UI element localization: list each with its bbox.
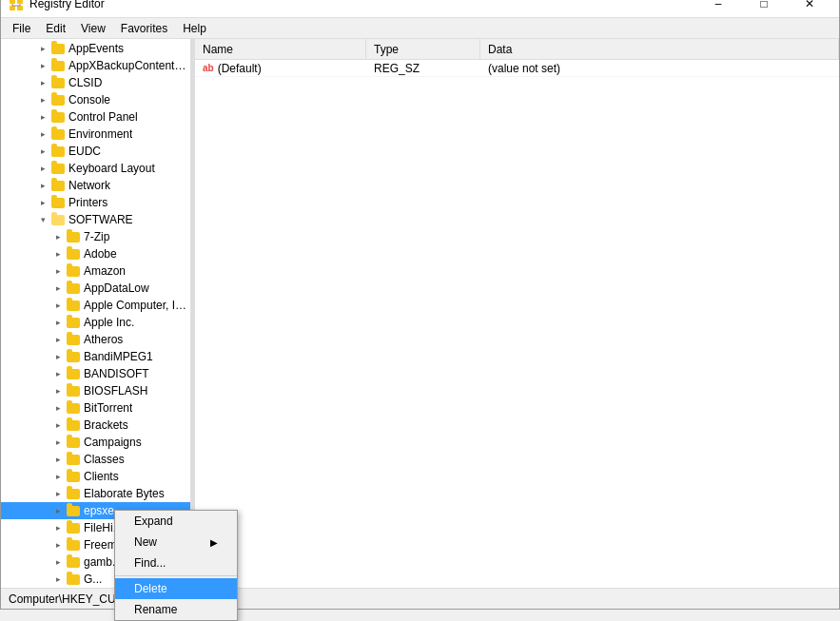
tree-item-console[interactable]: ▸Console bbox=[1, 91, 190, 108]
tree-item-clients[interactable]: ▸Clients bbox=[1, 468, 190, 485]
detail-cell-data-0: (value not set) bbox=[480, 60, 839, 76]
ctx-item-new[interactable]: New▶ bbox=[115, 532, 237, 553]
tree-item-controlpanel[interactable]: ▸Control Panel bbox=[1, 108, 190, 126]
folder-icon-campaigns bbox=[66, 436, 81, 449]
expander-network[interactable]: ▸ bbox=[35, 181, 50, 190]
folder-icon-clsid bbox=[50, 76, 66, 89]
tree-label-eudc: EUDC bbox=[68, 145, 101, 158]
svg-rect-1 bbox=[17, 0, 23, 4]
expander-classes[interactable]: ▸ bbox=[50, 455, 66, 464]
tree-item-clsid[interactable]: ▸CLSID bbox=[1, 74, 190, 91]
detail-panel: Name Type Data ab(Default)REG_SZ(value n… bbox=[195, 39, 839, 588]
expander-campaigns[interactable]: ▸ bbox=[50, 437, 66, 447]
expander-applecomputer[interactable]: ▸ bbox=[50, 301, 66, 310]
expander-amazon[interactable]: ▸ bbox=[50, 266, 66, 276]
tree-label-appevents: AppEvents bbox=[68, 42, 124, 55]
tree-item-biosflash[interactable]: ▸BIOSFLASH bbox=[1, 382, 190, 399]
tree-label-elaboratebytes: Elaborate Bytes bbox=[84, 487, 165, 500]
ctx-item-delete[interactable]: Delete bbox=[115, 578, 237, 599]
expander-bandisoft[interactable]: ▸ bbox=[50, 369, 66, 378]
tree-item-7zip[interactable]: ▸7-Zip bbox=[1, 228, 190, 245]
expander-appleinc[interactable]: ▸ bbox=[50, 318, 66, 327]
tree-item-bandimpeg1[interactable]: ▸BandiMPEG1 bbox=[1, 348, 190, 365]
folder-icon-environment bbox=[50, 127, 66, 141]
folder-icon-epsxe bbox=[66, 504, 81, 517]
ctx-label-expand: Expand bbox=[134, 514, 173, 528]
menu-file[interactable]: File bbox=[5, 20, 38, 37]
tree-item-atheros[interactable]: ▸Atheros bbox=[1, 331, 190, 348]
tree-item-amazon[interactable]: ▸Amazon bbox=[1, 262, 190, 280]
folder-icon-network bbox=[50, 179, 66, 192]
expander-adobe[interactable]: ▸ bbox=[50, 249, 66, 259]
tree-label-environment: Environment bbox=[68, 127, 132, 141]
expander-freem[interactable]: ▸ bbox=[50, 540, 66, 550]
maximize-button[interactable]: □ bbox=[742, 0, 786, 18]
tree-item-classes[interactable]: ▸Classes bbox=[1, 451, 190, 468]
close-button[interactable]: ✕ bbox=[788, 0, 831, 18]
menu-edit[interactable]: Edit bbox=[38, 20, 73, 37]
expander-printers[interactable]: ▸ bbox=[35, 198, 50, 207]
menu-favorites[interactable]: Favorites bbox=[113, 20, 175, 37]
expander-controlpanel[interactable]: ▸ bbox=[35, 112, 50, 122]
folder-icon-brackets bbox=[66, 418, 81, 432]
expander-console[interactable]: ▸ bbox=[35, 95, 50, 105]
expander-brackets[interactable]: ▸ bbox=[50, 420, 66, 430]
expander-biosflash[interactable]: ▸ bbox=[50, 386, 66, 396]
tree-item-bandisoft[interactable]: ▸BANDISOFT bbox=[1, 365, 190, 382]
tree-item-keyboardlayout[interactable]: ▸Keyboard Layout bbox=[1, 160, 190, 177]
expander-epsxe[interactable]: ▸ bbox=[50, 506, 66, 515]
folder-icon-bandimpeg1 bbox=[66, 350, 81, 363]
tree-item-elaboratebytes[interactable]: ▸Elaborate Bytes bbox=[1, 485, 190, 502]
tree-item-appxbackup[interactable]: ▸AppXBackupContentTy... bbox=[1, 57, 190, 74]
tree-item-network[interactable]: ▸Network bbox=[1, 177, 190, 194]
ctx-label-new: New bbox=[134, 535, 157, 549]
expander-appxbackup[interactable]: ▸ bbox=[35, 61, 50, 70]
expander-keyboardlayout[interactable]: ▸ bbox=[35, 164, 50, 173]
tree-item-appevents[interactable]: ▸AppEvents bbox=[1, 40, 190, 57]
detail-row-0[interactable]: ab(Default)REG_SZ(value not set) bbox=[195, 60, 839, 77]
tree-label-bandimpeg1: BandiMPEG1 bbox=[84, 350, 153, 363]
minimize-button[interactable]: – bbox=[696, 0, 740, 18]
expander-environment[interactable]: ▸ bbox=[35, 129, 50, 139]
folder-icon-appxbackup bbox=[50, 59, 66, 72]
ctx-item-find[interactable]: Find... bbox=[115, 553, 237, 573]
expander-appevents[interactable]: ▸ bbox=[35, 44, 50, 53]
tree-item-adobe[interactable]: ▸Adobe bbox=[1, 245, 190, 262]
tree-item-appleinc[interactable]: ▸Apple Inc. bbox=[1, 314, 190, 331]
expander-more[interactable]: ▸ bbox=[50, 574, 66, 584]
tree-item-environment[interactable]: ▸Environment bbox=[1, 126, 190, 143]
expander-software[interactable]: ▾ bbox=[35, 215, 50, 224]
tree-label-controlpanel: Control Panel bbox=[68, 110, 138, 124]
tree-item-bittorrent[interactable]: ▸BitTorrent bbox=[1, 399, 190, 417]
expander-elaboratebytes[interactable]: ▸ bbox=[50, 489, 66, 498]
tree-item-software[interactable]: ▾SOFTWARE bbox=[1, 211, 190, 228]
ctx-label-rename: Rename bbox=[134, 603, 177, 610]
tree-item-applecomputer[interactable]: ▸Apple Computer, In... bbox=[1, 297, 190, 314]
tree-item-printers[interactable]: ▸Printers bbox=[1, 194, 190, 211]
ctx-arrow-new: ▶ bbox=[210, 537, 218, 548]
tree-item-appdatalow[interactable]: ▸AppDataLow bbox=[1, 280, 190, 297]
expander-clients[interactable]: ▸ bbox=[50, 472, 66, 481]
folder-icon-biosflash bbox=[66, 384, 81, 398]
expander-7zip[interactable]: ▸ bbox=[50, 232, 66, 242]
menu-help[interactable]: Help bbox=[175, 20, 214, 37]
expander-gamb[interactable]: ▸ bbox=[50, 557, 66, 567]
expander-appdatalow[interactable]: ▸ bbox=[50, 283, 66, 293]
ctx-item-rename[interactable]: Rename bbox=[115, 599, 237, 610]
tree-panel[interactable]: ▾ Computer▸HKEY_CLASSES_ROOT▾HKEY_CURREN… bbox=[1, 39, 191, 588]
ctx-label-find: Find... bbox=[134, 556, 166, 570]
expander-atheros[interactable]: ▸ bbox=[50, 335, 66, 344]
expander-eudc[interactable]: ▸ bbox=[35, 146, 50, 156]
menu-view[interactable]: View bbox=[73, 20, 113, 37]
tree-label-atheros: Atheros bbox=[84, 333, 123, 346]
tree-label-applecomputer: Apple Computer, In... bbox=[84, 299, 190, 312]
tree-item-brackets[interactable]: ▸Brackets bbox=[1, 417, 190, 434]
expander-bittorrent[interactable]: ▸ bbox=[50, 403, 66, 413]
tree-item-eudc[interactable]: ▸EUDC bbox=[1, 143, 190, 160]
tree-label-brackets: Brackets bbox=[84, 418, 128, 432]
expander-filehi[interactable]: ▸ bbox=[50, 523, 66, 533]
expander-bandimpeg1[interactable]: ▸ bbox=[50, 352, 66, 361]
tree-item-campaigns[interactable]: ▸Campaigns bbox=[1, 434, 190, 451]
ctx-item-expand[interactable]: Expand bbox=[115, 511, 237, 532]
expander-clsid[interactable]: ▸ bbox=[35, 78, 50, 87]
